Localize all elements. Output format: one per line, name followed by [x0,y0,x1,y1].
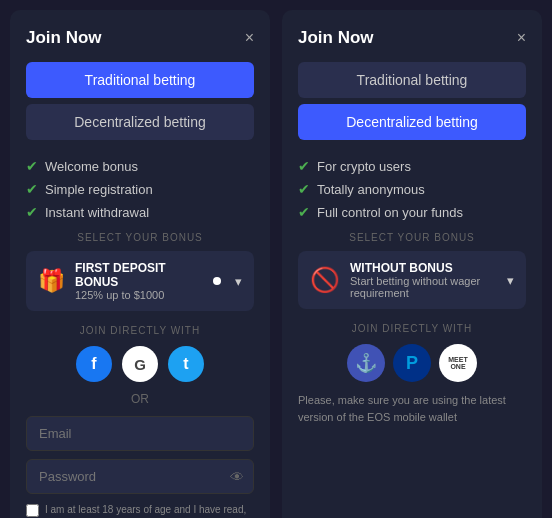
right-modal-title: Join Now [298,28,374,48]
right-bonus-info: WITHOUT BONUS Start betting without wage… [350,261,497,299]
feature-full-control: ✔ Full control on your funds [298,204,526,220]
left-tab-decentralized[interactable]: Decentralized betting [26,104,254,140]
right-eos-notice: Please, make sure you are using the late… [298,392,526,425]
password-wrapper: 👁 [26,459,254,494]
meetone-wallet-button[interactable]: MEETONE [439,344,477,382]
eye-icon[interactable]: 👁 [230,469,244,485]
left-modal: Join Now × Traditional betting Decentral… [10,10,270,518]
left-terms: I am at least 18 years of age and I have… [26,502,254,518]
right-modal-header: Join Now × [298,28,526,48]
right-tab-decentralized[interactable]: Decentralized betting [298,104,526,140]
bonus-dot [213,277,221,285]
right-bonus-title: WITHOUT BONUS [350,261,497,275]
left-join-directly-label: JOIN DIRECTLY WITH [26,325,254,336]
feature-crypto-users: ✔ For crypto users [298,158,526,174]
left-select-bonus-label: SELECT YOUR BONUS [26,232,254,243]
check-icon-6: ✔ [298,204,310,220]
left-features-list: ✔ Welcome bonus ✔ Simple registration ✔ … [26,158,254,220]
right-wallet-icons: ⚓ P MEETONE [298,344,526,382]
check-icon-3: ✔ [26,204,38,220]
right-select-bonus-label: SELECT YOUR BONUS [298,232,526,243]
paypal-wallet-button[interactable]: P [393,344,431,382]
right-features-list: ✔ For crypto users ✔ Totally anonymous ✔… [298,158,526,220]
left-modal-header: Join Now × [26,28,254,48]
feature-welcome-bonus: ✔ Welcome bonus [26,158,254,174]
feature-anonymous: ✔ Totally anonymous [298,181,526,197]
terms-checkbox[interactable] [26,504,39,517]
right-modal: Join Now × Traditional betting Decentral… [282,10,542,518]
facebook-button[interactable]: f [76,346,112,382]
right-bonus-sub: Start betting without wager requirement [350,275,497,299]
left-bonus-title: FIRST DEPOSIT BONUS [75,261,203,289]
bonus-chevron-down-icon[interactable]: ▾ [235,274,242,289]
twitter-button[interactable]: t [168,346,204,382]
right-close-button[interactable]: × [517,29,526,47]
right-tab-traditional[interactable]: Traditional betting [298,62,526,98]
left-tab-traditional[interactable]: Traditional betting [26,62,254,98]
right-join-directly-label: JOIN DIRECTLY WITH [298,323,526,334]
left-close-button[interactable]: × [245,29,254,47]
terms-text-content: I am at least 18 years of age and I have… [45,502,254,518]
left-or-label: OR [26,392,254,406]
google-button[interactable]: G [122,346,158,382]
feature-instant-withdrawal: ✔ Instant withdrawal [26,204,254,220]
right-bonus-chevron-down-icon[interactable]: ▾ [507,273,514,288]
gift-icon: 🎁 [38,268,65,294]
feature-simple-registration: ✔ Simple registration [26,181,254,197]
check-icon-4: ✔ [298,158,310,174]
password-input[interactable] [26,459,254,494]
no-bonus-icon: 🚫 [310,266,340,294]
anchor-wallet-button[interactable]: ⚓ [347,344,385,382]
left-modal-title: Join Now [26,28,102,48]
check-icon-2: ✔ [26,181,38,197]
left-bonus-box[interactable]: 🎁 FIRST DEPOSIT BONUS 125% up to $1000 ▾ [26,251,254,311]
check-icon-1: ✔ [26,158,38,174]
left-social-icons: f G t [26,346,254,382]
left-bonus-info: FIRST DEPOSIT BONUS 125% up to $1000 [75,261,203,301]
right-bonus-box[interactable]: 🚫 WITHOUT BONUS Start betting without wa… [298,251,526,309]
left-bonus-sub: 125% up to $1000 [75,289,203,301]
check-icon-5: ✔ [298,181,310,197]
email-input[interactable] [26,416,254,451]
